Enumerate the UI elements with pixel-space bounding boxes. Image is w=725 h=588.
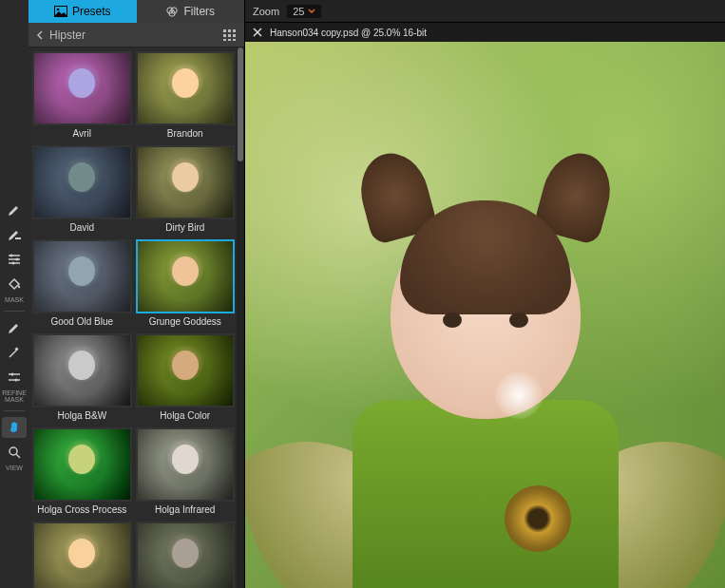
chevron-down-icon: [308, 9, 315, 14]
preset-label: Dirty Bird: [165, 222, 204, 236]
svg-rect-14: [228, 29, 231, 32]
preset-item[interactable]: Holga B&W: [32, 333, 132, 424]
preset-thumb: [136, 239, 236, 313]
breadcrumb[interactable]: Hipster: [29, 23, 244, 47]
svg-rect-16: [223, 34, 226, 37]
sliders-tool[interactable]: [2, 249, 27, 270]
magnifier-icon: [7, 445, 22, 460]
pan-tool[interactable]: [2, 417, 27, 438]
zoom-dropdown[interactable]: 25: [287, 5, 321, 18]
svg-rect-17: [228, 34, 231, 37]
preset-item[interactable]: Good Old Blue: [32, 239, 132, 330]
svg-point-5: [11, 373, 14, 376]
sliders2-icon: [7, 370, 22, 385]
scrollbar-thumb[interactable]: [238, 47, 243, 161]
preset-item[interactable]: Dirty Bird: [136, 145, 236, 236]
preset-thumb: [32, 145, 132, 219]
viewer-topbar: Zoom 25: [245, 0, 725, 23]
svg-rect-20: [228, 39, 231, 41]
view-label: VIEW: [6, 465, 23, 471]
document-title: Hanson034 copy.psd @ 25.0% 16-bit: [270, 28, 427, 38]
hand-icon: [7, 420, 22, 435]
svg-point-6: [15, 379, 18, 382]
svg-rect-18: [233, 34, 236, 37]
preset-label: Brandon: [167, 128, 203, 142]
refine-sliders-tool[interactable]: [2, 367, 27, 388]
preset-thumb: [32, 51, 132, 125]
filters-icon: [165, 6, 179, 17]
separator: [4, 410, 25, 411]
scrollbar[interactable]: [237, 47, 244, 588]
brush-icon: [7, 202, 22, 218]
separator: [4, 311, 25, 312]
brush-minus-tool[interactable]: [2, 224, 27, 245]
preset-thumb: [136, 522, 236, 588]
wand-icon: [7, 345, 22, 360]
tab-presets[interactable]: Presets: [29, 0, 137, 23]
grid-view-icon[interactable]: [223, 29, 237, 41]
refine-brush-tool[interactable]: [2, 317, 27, 338]
preset-thumb: [32, 522, 132, 588]
preset-thumb: [32, 427, 132, 502]
svg-point-7: [10, 447, 17, 455]
svg-point-3: [12, 262, 15, 265]
preset-item[interactable]: Grunge Goddess: [136, 239, 236, 330]
brush-tool[interactable]: [2, 199, 27, 220]
preset-grid-wrap: AvrilBrandonDavidDirty BirdGood Old Blue…: [29, 47, 244, 588]
zoom-value: 25: [293, 6, 304, 17]
preset-item[interactable]: Holga Cross Process: [32, 427, 132, 518]
preset-label: Avril: [73, 128, 91, 142]
sliders-icon: [7, 252, 22, 267]
preset-thumb: [136, 145, 236, 219]
refine-brush-icon: [7, 320, 22, 335]
presets-panel: Presets Filters Hipster AvrilBrandonDavi…: [29, 0, 245, 588]
preset-grid: AvrilBrandonDavidDirty BirdGood Old Blue…: [29, 47, 244, 588]
preset-item[interactable]: Holga Infrared: [136, 427, 236, 518]
canvas[interactable]: [245, 42, 725, 588]
breadcrumb-category: Hipster: [49, 28, 86, 42]
preset-thumb: [32, 333, 132, 408]
svg-rect-0: [15, 237, 21, 239]
tool-sidebar: MASK REFINE MASK VIEW: [0, 0, 29, 588]
preset-item[interactable]: Brandon: [136, 51, 236, 142]
preview-image: [245, 42, 725, 588]
document-bar: Hanson034 copy.psd @ 25.0% 16-bit: [245, 23, 725, 42]
svg-rect-21: [233, 39, 236, 41]
preset-thumb: [136, 51, 236, 125]
panel-tabs: Presets Filters: [29, 0, 244, 23]
close-icon[interactable]: [253, 28, 262, 37]
preset-label: David: [69, 222, 94, 236]
preset-label: Holga B&W: [57, 410, 106, 424]
tab-filters-label: Filters: [183, 5, 215, 18]
bucket-icon: [7, 276, 22, 292]
svg-rect-15: [233, 29, 236, 32]
viewer: Zoom 25 Hanson034 copy.psd @ 25.0% 16-bi…: [245, 0, 725, 588]
preset-label: Good Old Blue: [50, 316, 113, 330]
zoom-label: Zoom: [253, 6, 279, 17]
preset-item[interactable]: Holga Color: [136, 333, 236, 424]
svg-rect-13: [223, 29, 226, 32]
preset-item[interactable]: David: [32, 145, 132, 236]
svg-rect-19: [223, 39, 226, 41]
refine-wand-tool[interactable]: [2, 342, 27, 363]
svg-point-2: [16, 258, 19, 261]
brush-minus-icon: [7, 227, 22, 242]
preset-thumb: [136, 333, 236, 408]
bucket-tool[interactable]: [2, 274, 27, 294]
chevron-left-icon: [36, 30, 44, 40]
svg-point-9: [57, 9, 60, 11]
preset-item[interactable]: [32, 522, 132, 588]
preset-label: Holga Infrared: [155, 504, 215, 518]
preset-label: Holga Color: [160, 410, 210, 424]
refine-mask-label: REFINE MASK: [2, 389, 27, 403]
tab-presets-label: Presets: [72, 5, 111, 18]
preset-thumb: [32, 239, 132, 313]
preset-item[interactable]: [136, 522, 236, 588]
tab-filters[interactable]: Filters: [137, 0, 245, 23]
preset-label: Grunge Goddess: [149, 316, 221, 330]
preset-item[interactable]: Avril: [32, 51, 132, 142]
svg-point-1: [10, 255, 13, 257]
image-icon: [54, 6, 67, 17]
preset-thumb: [136, 427, 236, 502]
zoom-tool[interactable]: [2, 442, 27, 463]
